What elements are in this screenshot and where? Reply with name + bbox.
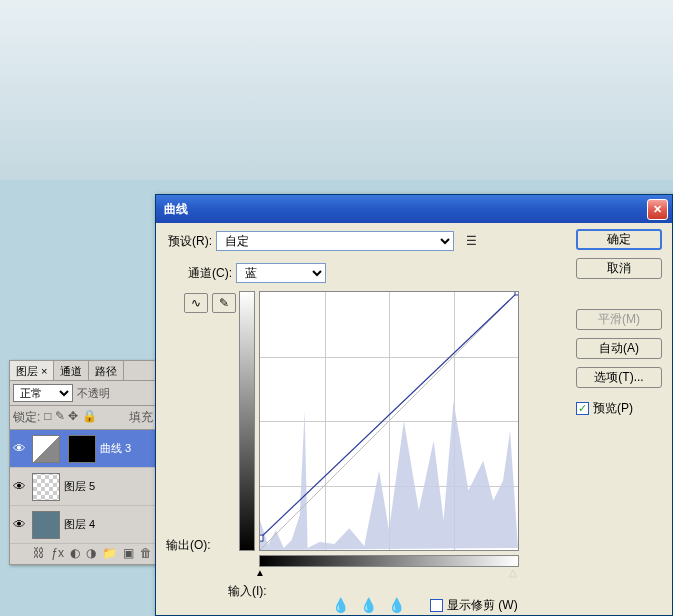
- options-button[interactable]: 选项(T)...: [576, 367, 662, 388]
- opacity-label: 不透明: [77, 386, 110, 401]
- smooth-button[interactable]: 平滑(M): [576, 309, 662, 330]
- black-point-slider[interactable]: ▲: [255, 567, 265, 578]
- dialog-buttons: 确定 取消 平滑(M) 自动(A) 选项(T)... ✓ 预览(P): [576, 229, 662, 417]
- input-label: 输入(I):: [228, 583, 267, 600]
- svg-rect-2: [260, 535, 263, 541]
- show-clipping-check[interactable]: 显示修剪 (W): [430, 597, 518, 614]
- eyedropper-group: 💧 💧 💧: [332, 597, 406, 615]
- layers-panel: 图层 × 通道 路径 正常 不透明 锁定: □ ✎ ✥ 🔒 填充 👁 曲线 3 …: [9, 360, 157, 565]
- layers-footer: ⛓ ƒx ◐ ◑ 📁 ▣ 🗑: [10, 544, 156, 564]
- layer-name[interactable]: 图层 4: [64, 517, 156, 532]
- ok-button[interactable]: 确定: [576, 229, 662, 250]
- tab-paths[interactable]: 路径: [89, 361, 124, 380]
- curve-active[interactable]: [260, 292, 518, 550]
- tab-channels[interactable]: 通道: [54, 361, 89, 380]
- dialog-title: 曲线: [160, 201, 647, 218]
- auto-button[interactable]: 自动(A): [576, 338, 662, 359]
- titlebar[interactable]: 曲线 ✕: [156, 195, 672, 223]
- trash-icon[interactable]: 🗑: [140, 546, 152, 562]
- lock-label: 锁定:: [13, 409, 40, 426]
- preset-label: 预设(R):: [166, 233, 216, 250]
- preview-label: 预览(P): [593, 400, 633, 417]
- checkbox-icon[interactable]: ✓: [576, 402, 589, 415]
- fill-label: 填充: [129, 409, 153, 426]
- new-layer-icon[interactable]: ▣: [123, 546, 134, 562]
- svg-line-1: [260, 292, 518, 538]
- layer-row[interactable]: 👁 图层 4: [10, 506, 156, 544]
- channel-label: 通道(C):: [184, 265, 236, 282]
- visibility-icon[interactable]: 👁: [10, 440, 28, 458]
- output-gradient: [239, 291, 255, 551]
- curves-dialog: 曲线 ✕ 预设(R): 自定 ☰ 通道(C): 蓝 ∿ ✎: [155, 194, 673, 616]
- layer-row[interactable]: 👁 曲线 3: [10, 430, 156, 468]
- layer-thumb[interactable]: [32, 511, 60, 539]
- layer-thumb-mask[interactable]: [68, 435, 96, 463]
- curve-tools: ∿ ✎: [184, 293, 236, 313]
- output-label: 输出(O):: [166, 537, 211, 554]
- folder-icon[interactable]: 📁: [102, 546, 117, 562]
- layers-tabs: 图层 × 通道 路径: [10, 361, 156, 381]
- lock-row: 锁定: □ ✎ ✥ 🔒 填充: [10, 406, 156, 430]
- white-point-slider[interactable]: △: [509, 567, 517, 578]
- curve-pencil-tool[interactable]: ✎: [212, 293, 236, 313]
- input-gradient: [259, 555, 519, 567]
- visibility-icon[interactable]: 👁: [10, 516, 28, 534]
- curve-point-tool[interactable]: ∿: [184, 293, 208, 313]
- preset-select[interactable]: 自定: [216, 231, 454, 251]
- preset-menu-icon[interactable]: ☰: [462, 232, 480, 250]
- fx-icon[interactable]: ƒx: [51, 546, 64, 562]
- layer-row[interactable]: 👁 图层 5: [10, 468, 156, 506]
- close-button[interactable]: ✕: [647, 199, 668, 220]
- visibility-icon[interactable]: 👁: [10, 478, 28, 496]
- adjustment-icon[interactable]: ◑: [86, 546, 96, 562]
- channel-select[interactable]: 蓝: [236, 263, 326, 283]
- layer-thumb-curves[interactable]: [32, 435, 60, 463]
- layer-name[interactable]: 图层 5: [64, 479, 156, 494]
- layer-name[interactable]: 曲线 3: [100, 441, 156, 456]
- curve-plot[interactable]: [259, 291, 519, 551]
- cancel-button[interactable]: 取消: [576, 258, 662, 279]
- layer-thumb[interactable]: [32, 473, 60, 501]
- eyedropper-black-icon[interactable]: 💧: [332, 597, 350, 615]
- tab-layers[interactable]: 图层 ×: [10, 361, 54, 380]
- layers-options-row: 正常 不透明: [10, 381, 156, 406]
- eyedropper-white-icon[interactable]: 💧: [388, 597, 406, 615]
- preview-check[interactable]: ✓ 预览(P): [576, 400, 662, 417]
- checkbox-icon[interactable]: [430, 599, 443, 612]
- eyedropper-gray-icon[interactable]: 💧: [360, 597, 378, 615]
- blend-mode-select[interactable]: 正常: [13, 384, 73, 402]
- link-icon[interactable]: ⛓: [33, 546, 45, 562]
- show-clipping-label: 显示修剪 (W): [447, 597, 518, 614]
- curve-graph: ▲ △: [239, 291, 523, 575]
- svg-rect-3: [515, 292, 518, 295]
- mask-icon[interactable]: ◐: [70, 546, 80, 562]
